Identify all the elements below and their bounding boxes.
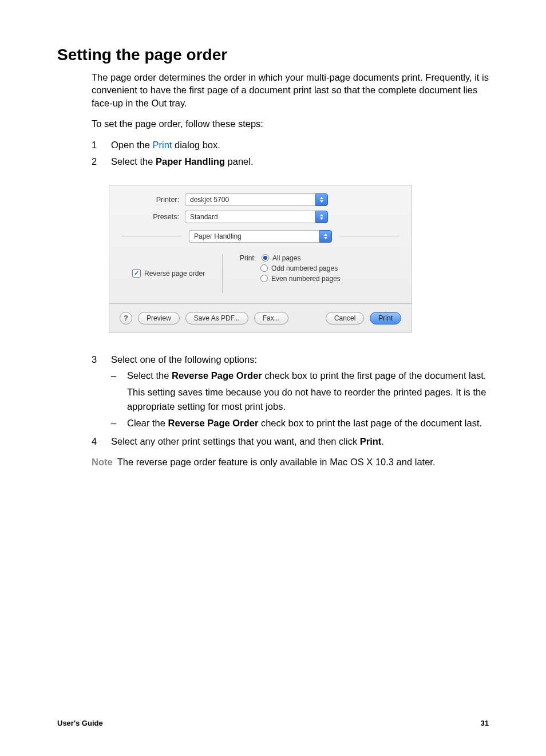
reverse-page-order-checkbox-wrap[interactable]: ✓ Reverse page order [132,254,223,293]
radio-label: Even numbered pages [271,275,341,283]
printer-label: Printer: [122,196,185,204]
radio-all-pages[interactable]: Print: All pages [240,254,341,262]
note: NoteThe reverse page order feature is on… [92,457,489,468]
print-button[interactable]: Print [370,312,401,324]
print-dialog-wrap: Printer: deskjet 5700 Presets: Standard [109,185,489,333]
step-3: 3 Select one of the following options: –… [92,353,489,433]
printer-value: deskjet 5700 [185,193,315,206]
step-body: Open the Print dialog box. [111,138,489,152]
radio-label: All pages [272,254,300,262]
step-body: Select one of the following options: – S… [111,353,489,433]
panel-body: ✓ Reverse page order Print: All pages Od… [109,251,412,304]
steps-list: 1 Open the Print dialog box. 2 Select th… [92,138,489,169]
bullet-body: Select the Reverse Page Order check box … [127,369,489,413]
bold-text: Print [360,436,382,446]
bold-text: Reverse Page Order [168,418,259,428]
step-body: Select any other print settings that you… [111,434,489,449]
bullet-1: – Select the Reverse Page Order check bo… [111,369,489,413]
step-1: 1 Open the Print dialog box. [92,138,489,152]
checkbox-icon: ✓ [132,269,141,278]
radio-odd-pages[interactable]: Odd numbered pages [240,264,341,272]
presets-label: Presets: [122,213,185,221]
text: panel. [225,156,254,167]
intro-paragraph: The page order determines the order in w… [92,71,489,109]
bullet-2: – Clear the Reverse Page Order check box… [111,416,489,430]
panel-select[interactable]: Paper Handling [189,230,332,243]
print-label: Print: [240,254,256,262]
radio-icon [260,264,268,272]
text: Clear the [127,418,168,428]
step-2: 2 Select the Paper Handling panel. [92,155,489,169]
steps-list-cont: 3 Select one of the following options: –… [92,353,489,449]
step-number: 1 [92,138,111,152]
print-link[interactable]: Print [152,140,172,150]
step-body: Select the Paper Handling panel. [111,155,489,169]
cancel-button[interactable]: Cancel [326,312,364,324]
bullet-body: Clear the Reverse Page Order check box t… [127,416,489,430]
dropdown-icon [319,230,332,243]
save-as-pdf-button[interactable]: Save As PDF... [185,312,248,324]
dash-icon: – [111,416,127,430]
dropdown-icon [315,211,328,223]
radio-icon [260,275,268,282]
sub-bullets: – Select the Reverse Page Order check bo… [111,369,489,430]
presets-row: Presets: Standard [109,211,412,223]
dropdown-icon [315,193,328,206]
presets-select[interactable]: Standard [185,211,328,223]
fax-button[interactable]: Fax... [254,312,288,324]
printer-row: Printer: deskjet 5700 [109,193,412,206]
footer: User's Guide 31 [57,719,489,727]
text: Select the [127,370,172,381]
step-number: 2 [92,155,111,169]
page-title: Setting the page order [57,46,489,64]
bold-text: Reverse Page Order [172,370,262,381]
help-button[interactable]: ? [120,312,132,324]
printer-select[interactable]: deskjet 5700 [185,193,328,206]
note-text: The reverse page order feature is only a… [117,457,436,467]
reverse-label: Reverse page order [144,270,205,278]
note-label: Note [92,457,113,467]
step-number: 3 [92,353,111,433]
text: Select any other print settings that you… [111,436,360,446]
step-number: 4 [92,434,111,449]
extra-text: This setting saves time because you do n… [127,385,489,414]
bold-text: Paper Handling [156,156,225,167]
presets-value: Standard [185,211,315,223]
radio-label: Odd numbered pages [271,264,338,272]
dash-icon: – [111,369,127,413]
step-4: 4 Select any other print settings that y… [92,434,489,449]
print-radio-group: Print: All pages Odd numbered pages Even… [223,254,341,285]
text: Select one of the following options: [111,354,257,365]
text: check box to print the last page of the … [258,418,482,428]
print-dialog: Printer: deskjet 5700 Presets: Standard [109,185,412,333]
text: Select the [111,156,156,167]
lead-in-paragraph: To set the page order, follow these step… [92,117,489,130]
preview-button[interactable]: Preview [138,312,180,324]
text: check box to print the first page of the… [262,370,486,381]
radio-icon [262,254,269,262]
text: . [381,436,384,446]
footer-left: User's Guide [57,719,103,727]
footer-right: 31 [481,719,489,727]
panel-value: Paper Handling [189,230,319,243]
dialog-buttons: ? Preview Save As PDF... Fax... Cancel P… [109,304,412,333]
text: Open the [111,140,152,150]
panel-divider: Paper Handling [109,228,412,245]
content-block: The page order determines the order in w… [57,71,489,468]
radio-even-pages[interactable]: Even numbered pages [240,275,341,283]
text: dialog box. [172,140,220,150]
